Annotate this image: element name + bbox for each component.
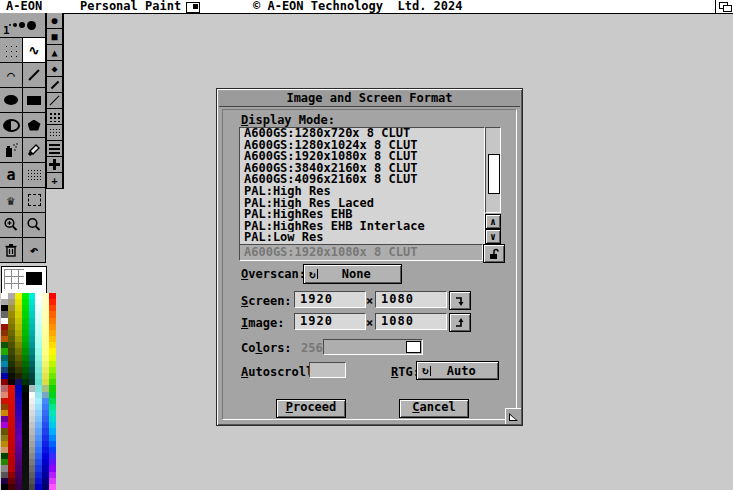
colors-value: 256 — [301, 341, 323, 355]
tool-curve[interactable]: ◠ — [0, 63, 22, 87]
palette-color[interactable] — [42, 484, 49, 490]
display-mode-item[interactable]: PAL:High Res Laced — [240, 198, 484, 210]
copy-screen-to-image-button[interactable] — [449, 291, 471, 310]
display-mode-item[interactable]: A600GS:4096x2160x 8 CLUT — [240, 174, 484, 186]
thin-cross-icon: + — [51, 176, 57, 186]
overscan-cycle-button[interactable]: ↻ None — [303, 264, 402, 284]
palette-color[interactable] — [49, 484, 56, 490]
colors-slider[interactable] — [323, 339, 423, 355]
palette-color[interactable] — [8, 484, 15, 490]
tool-text[interactable]: a — [0, 163, 22, 187]
iconify-gadget-icon[interactable] — [186, 2, 200, 13]
app-title[interactable]: Personal Paint — [80, 0, 181, 13]
tool-zoom[interactable] — [0, 213, 22, 237]
dotted-freehand-icon — [4, 44, 19, 57]
brush-diamond[interactable]: ◆ — [47, 61, 62, 76]
display-mode-item[interactable]: PAL:HighRes EHB — [240, 209, 484, 221]
horizontal-lines-icon — [49, 144, 60, 154]
image-width-input[interactable]: 1920 — [294, 313, 366, 330]
display-mode-list[interactable]: A600GS:1280x720x 8 CLUTA600GS:1280x1024x… — [239, 127, 485, 245]
brush-dots-sparse[interactable] — [47, 109, 62, 124]
display-mode-label: Display Mode: — [241, 113, 335, 127]
colors-slider-thumb[interactable] — [406, 341, 421, 353]
display-mode-item[interactable]: A600GS:1920x1080x 8 CLUT — [240, 151, 484, 163]
brush-cross-thick[interactable] — [47, 157, 62, 172]
palette-color[interactable] — [15, 484, 22, 490]
proceed-button[interactable]: Proceed — [276, 399, 346, 418]
tool-dotted-freehand[interactable] — [0, 38, 22, 62]
thin-line-icon — [50, 96, 60, 106]
triangle-icon: ▲ — [51, 48, 57, 58]
rtg-cycle-button[interactable]: ↻ Auto — [416, 361, 499, 380]
dialog-title: Image and Screen Format — [286, 91, 452, 105]
scrollbar-thumb[interactable] — [488, 154, 500, 194]
tool-ellipse-filled[interactable] — [0, 88, 22, 112]
tool-magnify[interactable] — [23, 213, 45, 237]
cycle-bar-icon — [430, 366, 431, 376]
autoscroll-checkbox[interactable] — [309, 362, 346, 378]
scrollbar-track[interactable] — [485, 127, 501, 213]
arrow-corner-up-icon — [453, 316, 467, 330]
brush-square[interactable]: ■ — [47, 29, 62, 44]
screen-height-input[interactable]: 1080 — [375, 291, 447, 308]
tool-rectangle-filled[interactable] — [23, 88, 45, 112]
brush-line-thin[interactable] — [47, 93, 62, 108]
brush-number: 1 — [3, 24, 10, 37]
scroll-up-button[interactable]: ∧ — [485, 214, 501, 229]
brush-hlines[interactable] — [47, 141, 62, 156]
brush-cross-thin[interactable]: + — [47, 173, 62, 188]
tool-fill[interactable] — [23, 138, 45, 162]
dialog-titlebar[interactable]: Image and Screen Format — [219, 91, 520, 107]
current-color-indicator[interactable] — [1, 266, 47, 294]
display-mode-item[interactable]: PAL:HighRes EHB Interlace — [240, 221, 484, 233]
thick-cross-icon — [49, 159, 60, 170]
tool-color-transparency[interactable]: ♛ — [0, 188, 22, 212]
ellipse-outline-icon — [3, 119, 20, 132]
brush-triangle[interactable]: ▲ — [47, 45, 62, 60]
copy-image-to-screen-button[interactable] — [449, 313, 471, 332]
depth-front-rect-icon — [723, 5, 732, 12]
dialog-resize-gadget[interactable] — [505, 408, 521, 424]
display-mode-item[interactable]: A600GS:3840x2160x 8 CLUT — [240, 163, 484, 175]
square-icon: ■ — [51, 32, 57, 42]
tool-clear[interactable] — [0, 238, 22, 262]
palette-color[interactable] — [35, 484, 42, 490]
tool-define-brush[interactable] — [23, 188, 45, 212]
chevron-up-icon: ∧ — [490, 217, 496, 227]
brush-line-thick[interactable] — [47, 77, 62, 92]
display-mode-item[interactable]: A600GS:1280x720x 8 CLUT — [240, 128, 484, 140]
palette-color[interactable] — [29, 484, 36, 490]
display-mode-item[interactable]: PAL:Low Res — [240, 232, 484, 244]
display-mode-item[interactable]: PAL:High Res — [240, 186, 484, 198]
cycle-icon: ↻ — [309, 268, 316, 281]
arrow-corner-down-icon — [453, 294, 467, 308]
image-height-input[interactable]: 1080 — [375, 313, 447, 330]
tool-polygon[interactable] — [23, 113, 45, 137]
cancel-button[interactable]: Cancel — [399, 399, 469, 418]
tool-dither[interactable] — [23, 163, 45, 187]
screen-depth-gadget[interactable] — [715, 0, 733, 14]
screen-label: Screen: — [241, 294, 292, 308]
tool-palette: 1 ∿ ◠ a ♛ — [0, 13, 46, 263]
brush-dots-dense[interactable] — [47, 125, 62, 140]
screen-times-separator: × — [366, 294, 373, 308]
mode-name-field[interactable]: A600GS:1920x1080x 8 CLUT — [239, 244, 483, 261]
palette-color[interactable] — [1, 484, 8, 490]
palette-color[interactable] — [22, 484, 29, 490]
brush-circle[interactable]: ● — [47, 13, 62, 28]
tool-airbrush[interactable] — [0, 138, 22, 162]
screen-width-input[interactable]: 1920 — [294, 291, 366, 308]
tool-freehand-selected[interactable]: ∿ — [23, 38, 45, 62]
trash-icon — [3, 242, 19, 258]
screen-title[interactable]: A-EON — [6, 0, 42, 13]
scroll-down-button[interactable]: ∨ — [485, 229, 501, 244]
filled-rectangle-icon — [27, 96, 41, 105]
lock-button[interactable] — [483, 244, 505, 263]
tool-ellipse-outline[interactable] — [0, 113, 22, 137]
tool-builtin-brushes[interactable]: 1 — [0, 13, 45, 37]
freehand-icon: ∿ — [29, 44, 40, 57]
tool-undo[interactable]: ↶ — [23, 238, 45, 262]
display-mode-item[interactable]: A600GS:1280x1024x 8 CLUT — [240, 140, 484, 152]
tool-line[interactable] — [23, 63, 45, 87]
magnifier-icon — [26, 217, 42, 233]
